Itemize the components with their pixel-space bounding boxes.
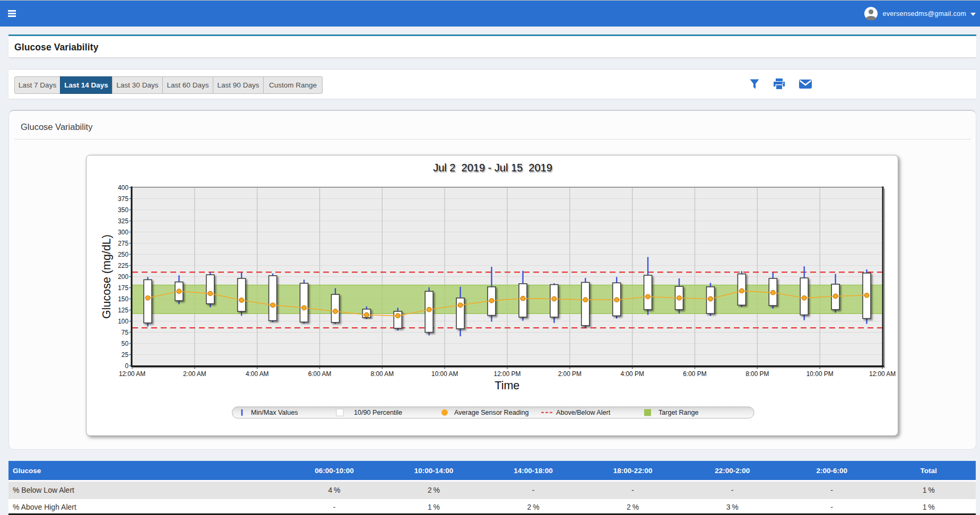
svg-text:Glucose (mg/dL): Glucose (mg/dL) xyxy=(100,234,113,319)
svg-text:12:00 AM: 12:00 AM xyxy=(869,370,896,378)
svg-text:2:00 PM: 2:00 PM xyxy=(558,370,582,378)
svg-text:Min/Max Values: Min/Max Values xyxy=(251,409,298,416)
svg-text:275: 275 xyxy=(118,240,128,247)
svg-text:2:00 AM: 2:00 AM xyxy=(183,370,206,378)
svg-text:8:00 AM: 8:00 AM xyxy=(370,370,394,378)
svg-text:100: 100 xyxy=(118,318,128,325)
svg-text:8:00 PM: 8:00 PM xyxy=(745,370,769,378)
svg-text:6:00 PM: 6:00 PM xyxy=(683,370,706,378)
svg-text:10:00 AM: 10:00 AM xyxy=(431,370,458,378)
svg-text:4:00 AM: 4:00 AM xyxy=(246,370,269,378)
svg-text:75: 75 xyxy=(122,329,129,336)
svg-text:325: 325 xyxy=(118,217,128,225)
svg-text:6:00 AM: 6:00 AM xyxy=(308,370,332,378)
svg-text:400: 400 xyxy=(118,184,128,191)
svg-text:25: 25 xyxy=(122,351,129,359)
svg-text:Time: Time xyxy=(495,379,519,392)
svg-text:150: 150 xyxy=(118,295,128,303)
svg-text:200: 200 xyxy=(118,273,128,281)
svg-text:10/90 Percentile: 10/90 Percentile xyxy=(354,409,402,416)
svg-text:Average Sensor Reading: Average Sensor Reading xyxy=(454,409,529,416)
svg-text:225: 225 xyxy=(118,262,128,269)
svg-text:125: 125 xyxy=(118,307,128,314)
svg-text:10:00 PM: 10:00 PM xyxy=(806,370,834,378)
svg-text:Target Range: Target Range xyxy=(658,409,699,416)
svg-text:300: 300 xyxy=(118,229,128,236)
svg-text:12:00 PM: 12:00 PM xyxy=(494,370,521,378)
svg-text:175: 175 xyxy=(118,284,128,292)
svg-text:250: 250 xyxy=(118,251,128,258)
svg-text:50: 50 xyxy=(122,340,129,347)
svg-text:Above/Below Alert: Above/Below Alert xyxy=(556,409,611,416)
svg-text:0: 0 xyxy=(125,362,128,370)
svg-text:375: 375 xyxy=(118,195,128,203)
svg-text:12:00 AM: 12:00 AM xyxy=(119,370,145,378)
svg-text:4:00 PM: 4:00 PM xyxy=(621,370,644,378)
svg-text:350: 350 xyxy=(118,206,128,214)
svg-text:Jul 2 2019 - Jul 15 2019: Jul 2 2019 - Jul 15 2019 xyxy=(433,162,552,173)
